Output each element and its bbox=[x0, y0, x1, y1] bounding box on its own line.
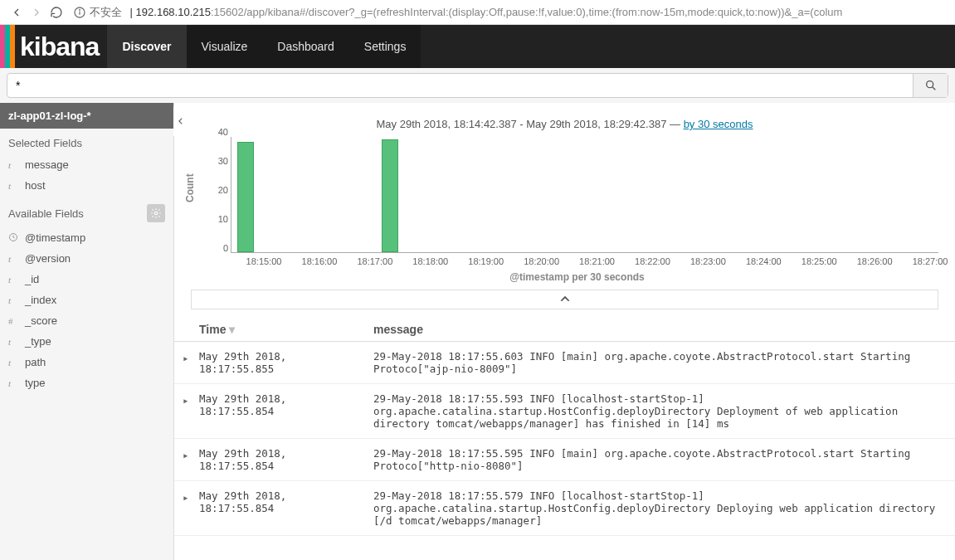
text-type-icon: t bbox=[8, 337, 20, 347]
nav-dashboard[interactable]: Dashboard bbox=[262, 25, 349, 68]
available-fields-title: Available Fields bbox=[0, 196, 173, 227]
url-path: /app/kibana#/discover?_g=(refreshInterva… bbox=[244, 6, 843, 18]
date-type-icon bbox=[8, 232, 20, 244]
field-score[interactable]: #_score bbox=[0, 310, 173, 331]
y-tick: 0 bbox=[208, 243, 228, 253]
y-tick: 40 bbox=[208, 127, 228, 137]
nav-settings[interactable]: Settings bbox=[349, 25, 421, 68]
content: May 29th 2018, 18:14:42.387 - May 29th 2… bbox=[174, 103, 955, 560]
x-tick: 18:19:00 bbox=[468, 256, 504, 266]
chevron-left-icon bbox=[177, 115, 185, 127]
nav-discover[interactable]: Discover bbox=[107, 25, 186, 68]
histogram-bar[interactable] bbox=[382, 139, 398, 253]
histogram[interactable]: Count 010203040 18:15:0018:16:0018:17:00… bbox=[216, 137, 938, 283]
text-type-icon: t bbox=[8, 358, 20, 368]
text-type-icon: t bbox=[8, 160, 20, 170]
query-input[interactable] bbox=[7, 74, 913, 97]
x-tick: 18:22:00 bbox=[635, 256, 670, 266]
expand-row-button[interactable]: ▸ bbox=[183, 350, 199, 375]
y-tick: 30 bbox=[208, 156, 228, 166]
gear-icon bbox=[150, 207, 162, 219]
table-header: Time ▾ message bbox=[174, 318, 955, 342]
query-bar bbox=[0, 68, 955, 103]
table-row[interactable]: ▸May 29th 2018, 18:17:55.85429-May-2018 … bbox=[174, 439, 955, 481]
address-bar[interactable]: 不安全 | 192.168.10.215 :15602 /app/kibana#… bbox=[73, 5, 948, 20]
expand-row-button[interactable]: ▸ bbox=[183, 447, 199, 472]
x-tick: 18:24:00 bbox=[746, 256, 782, 266]
browser-toolbar: 不安全 | 192.168.10.215 :15602 /app/kibana#… bbox=[0, 0, 955, 25]
field-version[interactable]: t@version bbox=[0, 248, 173, 269]
expand-row-button[interactable]: ▸ bbox=[183, 392, 199, 430]
chevron-up-icon bbox=[559, 294, 571, 305]
nav-visualize[interactable]: Visualize bbox=[187, 25, 263, 68]
cell-time: May 29th 2018, 18:17:55.854 bbox=[199, 392, 373, 430]
x-tick: 18:17:00 bbox=[357, 256, 392, 266]
query-input-wrap bbox=[7, 73, 948, 98]
text-type-icon: t bbox=[8, 254, 20, 264]
svg-point-3 bbox=[926, 81, 933, 88]
cell-time: May 29th 2018, 18:17:55.854 bbox=[199, 489, 373, 527]
text-type-icon: t bbox=[8, 295, 20, 305]
x-tick: 18:23:00 bbox=[690, 256, 726, 266]
svg-point-5 bbox=[154, 212, 158, 215]
brand-logo: kibana bbox=[15, 25, 107, 68]
reload-button[interactable] bbox=[46, 2, 66, 22]
col-time[interactable]: Time ▾ bbox=[199, 323, 373, 336]
histogram-bar[interactable] bbox=[237, 142, 254, 252]
x-tick: 18:18:00 bbox=[412, 256, 448, 266]
table-row[interactable]: ▸May 29th 2018, 18:17:55.85529-May-2018 … bbox=[174, 342, 955, 384]
table-row[interactable]: ▸May 29th 2018, 18:17:55.85429-May-2018 … bbox=[174, 384, 955, 439]
cell-message: 29-May-2018 18:17:55.595 INFO [main] org… bbox=[373, 447, 947, 472]
brand-stripes bbox=[0, 25, 15, 68]
info-icon bbox=[73, 6, 86, 19]
index-pattern[interactable]: zl-app01-zl-log-* bbox=[0, 103, 173, 129]
number-type-icon: # bbox=[8, 316, 20, 326]
x-tick: 18:25:00 bbox=[802, 256, 837, 266]
collapse-histogram-button[interactable] bbox=[191, 290, 938, 309]
y-axis-label: Count bbox=[184, 174, 196, 203]
back-button[interactable] bbox=[7, 2, 27, 22]
svg-point-2 bbox=[80, 9, 80, 10]
url-host: 192.168.10.215 bbox=[136, 6, 211, 18]
sort-desc-icon: ▾ bbox=[229, 323, 235, 336]
y-tick: 20 bbox=[208, 185, 228, 195]
cell-message: 29-May-2018 18:17:55.579 INFO [localhost… bbox=[373, 489, 947, 527]
field-message[interactable]: tmessage bbox=[0, 154, 173, 175]
field-type[interactable]: t_type bbox=[0, 331, 173, 352]
y-tick: 10 bbox=[208, 214, 228, 224]
cell-message: 29-May-2018 18:17:55.593 INFO [localhost… bbox=[373, 392, 947, 430]
url-port: :15602 bbox=[211, 6, 244, 18]
cell-message: 29-May-2018 18:17:55.603 INFO [main] org… bbox=[373, 350, 947, 375]
x-tick: 18:20:00 bbox=[524, 256, 559, 266]
text-type-icon: t bbox=[8, 378, 20, 388]
interval-link[interactable]: by 30 seconds bbox=[684, 118, 753, 130]
svg-line-4 bbox=[932, 87, 935, 90]
x-tick: 18:21:00 bbox=[579, 256, 615, 266]
search-button[interactable] bbox=[913, 74, 948, 97]
sidebar: zl-app01-zl-log-* Selected Fields tmessa… bbox=[0, 103, 174, 560]
x-tick: 18:15:00 bbox=[246, 256, 282, 266]
insecure-label: 不安全 bbox=[90, 5, 122, 20]
field-host[interactable]: thost bbox=[0, 175, 173, 196]
cell-time: May 29th 2018, 18:17:55.854 bbox=[199, 447, 373, 472]
field-type2[interactable]: ttype bbox=[0, 373, 173, 393]
x-tick: 18:26:00 bbox=[857, 256, 893, 266]
field-settings-button[interactable] bbox=[147, 204, 165, 222]
expand-row-button[interactable]: ▸ bbox=[183, 489, 199, 527]
selected-fields-title: Selected Fields bbox=[0, 129, 173, 154]
field-timestamp[interactable]: @timestamp bbox=[0, 227, 173, 248]
field-path[interactable]: tpath bbox=[0, 352, 173, 373]
field-id[interactable]: t_id bbox=[0, 269, 173, 290]
sidebar-collapse[interactable] bbox=[173, 106, 188, 136]
field-index[interactable]: t_index bbox=[0, 290, 173, 310]
forward-button[interactable] bbox=[27, 2, 46, 22]
x-tick: 18:27:00 bbox=[913, 256, 948, 266]
x-axis-label: @timestamp per 30 seconds bbox=[216, 271, 938, 283]
search-icon bbox=[924, 79, 938, 92]
doc-table: Time ▾ message ▸May 29th 2018, 18:17:55.… bbox=[174, 318, 955, 536]
table-row[interactable]: ▸May 29th 2018, 18:17:55.85429-May-2018 … bbox=[174, 481, 955, 536]
text-type-icon: t bbox=[8, 275, 20, 285]
col-message[interactable]: message bbox=[373, 323, 955, 336]
x-tick: 18:16:00 bbox=[302, 256, 338, 266]
time-range-label: May 29th 2018, 18:14:42.387 - May 29th 2… bbox=[174, 103, 955, 134]
